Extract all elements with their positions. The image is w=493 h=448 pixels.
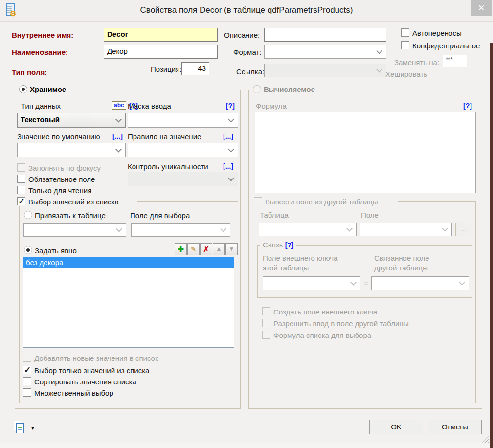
field-type-label: Тип поля: bbox=[12, 68, 47, 76]
title-bar: ⚙ Свойства поля Decor (в таблице qdfPara… bbox=[0, 0, 493, 22]
add-icon[interactable]: ✚ bbox=[175, 243, 187, 255]
link-label: Ссылка: bbox=[236, 67, 264, 76]
value-rule-more-link[interactable]: [...] bbox=[223, 133, 233, 140]
derive-label: Вывести поле из другой таблицы bbox=[265, 198, 378, 206]
formula-help-link[interactable]: [?] bbox=[463, 102, 472, 110]
close-icon[interactable]: ✕ bbox=[471, 0, 492, 16]
resize-grip[interactable] bbox=[482, 436, 489, 443]
list-item[interactable]: без декора bbox=[23, 257, 234, 268]
fk-label-line1: Поле внешнего ключа bbox=[263, 254, 338, 262]
multi-select-label: Множественный выбор bbox=[34, 389, 113, 397]
input-mask-help-link[interactable]: [?] bbox=[226, 102, 235, 110]
down-icon[interactable]: ▼ bbox=[225, 243, 238, 255]
bind-table-select bbox=[23, 223, 126, 237]
stored-group: Хранимое Тип данных abc [?] Маска ввода … bbox=[15, 90, 241, 409]
create-fk-label: Создать поле внешнего ключа bbox=[273, 308, 377, 316]
multi-select-checkbox[interactable] bbox=[23, 388, 31, 397]
add-new-values-label: Добавлять новые значения в список bbox=[34, 354, 158, 362]
field-select bbox=[360, 223, 452, 236]
background-window-edge bbox=[490, 43, 493, 448]
list-choice-checkbox[interactable] bbox=[17, 197, 25, 205]
related-label-line1: Связанное поле bbox=[374, 254, 429, 262]
choice-field-label: Поле для выбора bbox=[130, 211, 190, 220]
allow-input-checkbox bbox=[262, 319, 270, 327]
internal-name-field[interactable]: Decor bbox=[104, 28, 218, 42]
fk-select bbox=[263, 276, 360, 290]
more-button: ... bbox=[455, 223, 471, 236]
create-fk-checkbox bbox=[262, 307, 270, 315]
formula-textarea bbox=[255, 112, 476, 193]
formula-list-label: Формула списка для выбора bbox=[273, 331, 371, 339]
autowrap-label: Автопереносы bbox=[412, 29, 462, 37]
sort-values-checkbox[interactable] bbox=[23, 377, 31, 385]
edit-icon[interactable]: ✎ bbox=[187, 243, 200, 255]
default-value-label: Значение по умолчанию bbox=[17, 133, 100, 141]
table-label: Таблица bbox=[260, 211, 289, 219]
confidential-label: Конфиденциальное bbox=[412, 42, 480, 50]
only-list-values-label: Выбор только значений из списка bbox=[34, 366, 149, 375]
required-label: Обязательное поле bbox=[28, 175, 95, 183]
values-listbox[interactable]: без декора bbox=[23, 257, 234, 348]
fill-by-focus-checkbox bbox=[17, 163, 25, 172]
list-choice-label: Выбор значений из списка bbox=[28, 198, 119, 206]
format-label: Формат: bbox=[233, 48, 261, 56]
input-mask-label: Маска ввода bbox=[128, 102, 171, 110]
up-icon[interactable]: ▲ bbox=[213, 243, 225, 255]
copy-properties-button[interactable]: ▼ bbox=[14, 421, 36, 435]
name-label: Наименование: bbox=[12, 48, 68, 56]
computed-radio[interactable] bbox=[253, 85, 261, 93]
hash-label: Хешировать bbox=[385, 70, 427, 78]
bind-table-radio[interactable] bbox=[24, 211, 32, 219]
data-type-label: Тип данных bbox=[21, 102, 61, 110]
explicit-label: Задать явно bbox=[35, 246, 77, 255]
autowrap-checkbox[interactable] bbox=[401, 28, 409, 37]
position-field[interactable]: 43 bbox=[181, 62, 209, 75]
dropdown-arrow-icon[interactable]: ▼ bbox=[30, 426, 35, 431]
allow-input-label: Разрешить ввод в поле другой таблицы bbox=[273, 319, 409, 328]
fill-by-focus-label: Заполнять по фокусу bbox=[28, 164, 101, 172]
name-field[interactable]: Декор bbox=[104, 45, 218, 59]
computed-group: Вычисляемое Формула [?] Вывести поле из … bbox=[248, 90, 482, 409]
default-value-more-link[interactable]: [...] bbox=[112, 133, 123, 140]
description-field[interactable] bbox=[264, 28, 386, 42]
only-list-values-checkbox[interactable] bbox=[23, 366, 31, 374]
add-new-values-checkbox bbox=[23, 354, 31, 362]
abc-icon: abc bbox=[112, 101, 126, 110]
computed-legend: Вычисляемое bbox=[252, 85, 317, 93]
equals-sign: = bbox=[364, 279, 368, 287]
cancel-button[interactable]: Отмена bbox=[428, 420, 482, 434]
window-title: Свойства поля Decor (в таблице qdfParame… bbox=[0, 5, 493, 15]
readonly-checkbox[interactable] bbox=[17, 186, 25, 194]
relation-help-link[interactable]: [?] bbox=[285, 241, 294, 249]
fk-label-line2: этой таблицы bbox=[263, 264, 309, 272]
format-select[interactable] bbox=[264, 45, 386, 59]
table-select bbox=[259, 223, 357, 236]
dialog-bottom-edge bbox=[0, 443, 490, 448]
relation-legend: Связь [?] bbox=[260, 241, 296, 249]
derive-checkbox bbox=[254, 197, 262, 205]
confidential-checkbox[interactable] bbox=[401, 41, 409, 49]
sort-values-label: Сортировать значения списка bbox=[34, 378, 136, 386]
stored-radio[interactable] bbox=[19, 85, 27, 93]
readonly-label: Только для чтения bbox=[28, 186, 91, 195]
internal-name-label: Внутреннее имя: bbox=[12, 31, 73, 39]
replace-with-field: *** bbox=[443, 55, 467, 67]
unique-control-label: Контроль уникальности bbox=[128, 162, 208, 171]
data-type-select[interactable]: Текстовый bbox=[17, 113, 126, 128]
unique-control-more-link[interactable]: [...] bbox=[223, 162, 233, 170]
replace-with-label: Заменять на: bbox=[394, 58, 439, 67]
value-rule-select[interactable] bbox=[128, 143, 238, 157]
field-label: Поле bbox=[361, 211, 379, 219]
required-checkbox[interactable] bbox=[17, 175, 25, 183]
related-label-line2: другой таблицы bbox=[374, 264, 428, 272]
formula-label: Формула bbox=[256, 102, 287, 110]
delete-icon[interactable]: ✗ bbox=[200, 243, 212, 255]
value-rule-label: Правило на значение bbox=[128, 133, 201, 141]
input-mask-select[interactable] bbox=[128, 113, 238, 128]
formula-list-checkbox bbox=[262, 331, 270, 339]
position-label: Позиция: bbox=[151, 65, 181, 73]
explicit-radio[interactable] bbox=[24, 246, 32, 254]
choice-field-select bbox=[131, 223, 230, 237]
default-value-select[interactable] bbox=[17, 143, 126, 157]
ok-button[interactable]: OK bbox=[369, 420, 423, 434]
